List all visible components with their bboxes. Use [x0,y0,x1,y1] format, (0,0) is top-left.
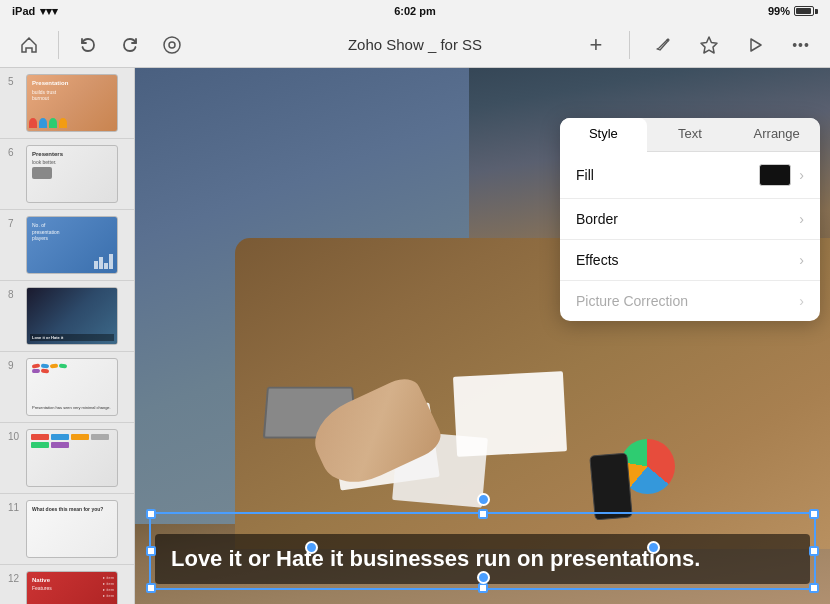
slide-num-9: 9 [8,360,20,371]
ipad-label: iPad [12,5,35,17]
slide-img-5: Presentation builds trust burnout [26,74,118,132]
battery-icon [794,6,818,16]
effects-chevron: › [799,252,804,268]
blue-dot-right[interactable] [647,541,660,554]
slide-num-11: 11 [8,502,20,513]
picture-correction-label: Picture Correction [576,293,688,309]
slide-thumb-7[interactable]: 7 No. of presentation players [0,210,134,281]
picture-correction-right: › [799,293,804,309]
panel-row-fill[interactable]: Fill › [560,152,820,199]
slide-caption-text: Love it or Hate it businesses run on pre… [171,546,700,571]
blue-dot-bottom[interactable] [477,571,490,584]
slide-thumb-12[interactable]: 12 Native Features ▸ item▸ item▸ item▸ i… [0,565,134,604]
slide-num-5: 5 [8,76,20,87]
slide-thumb-9[interactable]: 9 Presentation has seen very minimal cha… [0,352,134,423]
slide-thumb-8[interactable]: 8 Love it or Hate it [0,281,134,352]
border-chevron: › [799,211,804,227]
blue-dot-left[interactable] [305,541,318,554]
blue-dot-top[interactable] [477,493,490,506]
main-area: 5 Presentation builds trust burnout 6 [0,68,830,604]
phone [589,452,633,520]
redo-button[interactable] [113,28,147,62]
slide-img-6: Presenters look better. [26,145,118,203]
slide-img-11: What does this mean for you? [26,500,118,558]
picture-correction-chevron: › [799,293,804,309]
status-bar: iPad ▾▾▾ 6:02 pm 99% [0,0,830,22]
fill-color-swatch [759,164,791,186]
tab-arrange[interactable]: Arrange [733,118,820,151]
svg-point-1 [169,42,175,48]
panel-row-border[interactable]: Border › [560,199,820,240]
tab-style[interactable]: Style [560,118,647,152]
tab-text[interactable]: Text [647,118,734,151]
panel-row-picture-correction[interactable]: Picture Correction › [560,281,820,321]
canvas-area[interactable]: Love it or Hate it businesses run on pre… [135,68,830,604]
slide-img-9: Presentation has seen very minimal chang… [26,358,118,416]
effects-label: Effects [576,252,619,268]
slide-thumb-11[interactable]: 11 What does this mean for you? [0,494,134,565]
slide-img-8: Love it or Hate it [26,287,118,345]
effects-right: › [799,252,804,268]
present-button[interactable] [155,28,189,62]
slide-img-12: Native Features ▸ item▸ item▸ item▸ item [26,571,118,604]
border-right: › [799,211,804,227]
fill-chevron: › [799,167,804,183]
panel-row-effects[interactable]: Effects › [560,240,820,281]
toolbar-title: Zoho Show _ for SS [348,36,482,53]
play-button[interactable] [738,28,772,62]
slide-num-8: 8 [8,289,20,300]
home-button[interactable] [12,28,46,62]
toolbar-divider-2 [629,31,630,59]
status-left: iPad ▾▾▾ [12,5,58,18]
undo-button[interactable] [71,28,105,62]
svg-point-0 [164,37,180,53]
slide-img-10 [26,429,118,487]
toolbar-right: + ••• [579,28,818,62]
status-right: 99% [768,5,818,17]
add-button[interactable]: + [579,28,613,62]
slides-sidebar: 5 Presentation builds trust burnout 6 [0,68,135,604]
slide-img-7: No. of presentation players [26,216,118,274]
more-button[interactable]: ••• [784,28,818,62]
toolbar: Zoho Show _ for SS + ••• [0,22,830,68]
paper-3 [453,371,567,457]
fill-right: › [759,164,804,186]
fill-label: Fill [576,167,594,183]
pen-button[interactable] [646,28,680,62]
slide-num-10: 10 [8,431,20,442]
slide-num-6: 6 [8,147,20,158]
slide-thumb-6[interactable]: 6 Presenters look better. [0,139,134,210]
slide-thumb-5[interactable]: 5 Presentation builds trust burnout [0,68,134,139]
toolbar-divider-1 [58,31,59,59]
wifi-icon: ▾▾▾ [40,5,58,18]
slide-num-12: 12 [8,573,20,584]
panel-tabs: Style Text Arrange [560,118,820,152]
slide-num-7: 7 [8,218,20,229]
status-time: 6:02 pm [394,5,436,17]
properties-panel: Style Text Arrange Fill › Border › [560,118,820,321]
border-label: Border [576,211,618,227]
toolbar-left [12,28,579,62]
star-button[interactable] [692,28,726,62]
slide-thumb-10[interactable]: 10 [0,423,134,494]
battery-percent: 99% [768,5,790,17]
